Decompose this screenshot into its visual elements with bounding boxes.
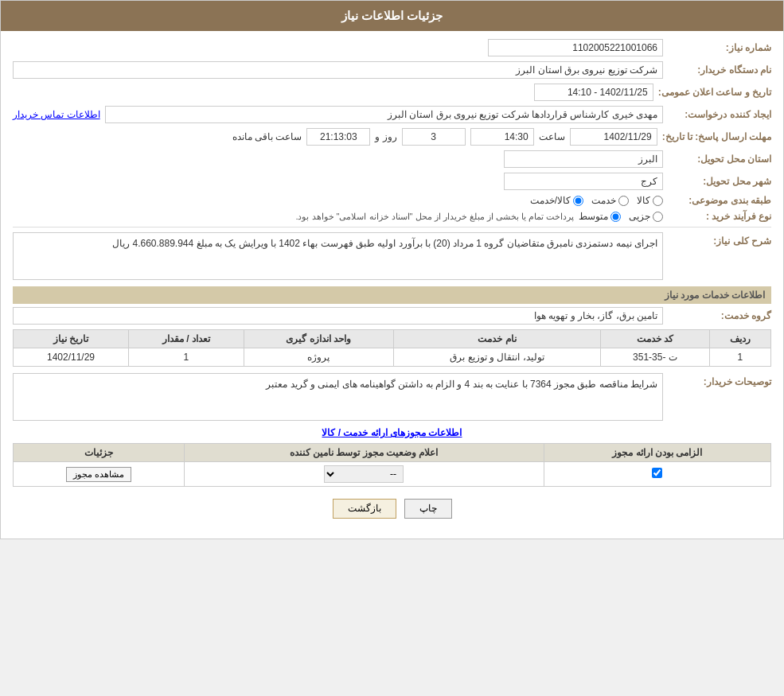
shahr-row: شهر محل تحویل: کرج — [13, 173, 771, 190]
elam-vaziat-cell: -- — [184, 462, 544, 487]
farayand-motavasset-radio[interactable] — [610, 212, 621, 222]
col-nam: نام خدمت — [393, 330, 601, 348]
khadamat-section-header: اطلاعات خدمات مورد نیاز — [13, 286, 771, 304]
tarikh-label: تاریخ و ساعت اعلان عمومی: — [658, 87, 771, 98]
tabaqe-khadamat-radio[interactable] — [618, 196, 629, 206]
page-title: جزئیات اطلاعات نیاز — [341, 9, 443, 22]
col-elam-vaziat: اعلام وضعیت مجوز توسط نامین کننده — [184, 444, 544, 462]
ijad-konande-label: ایجاد کننده درخواست: — [668, 109, 771, 120]
noe-farayand-row: نوع فرآیند خرید : جزیی متوسط پرداخت تمام… — [13, 211, 771, 222]
ijad-konande-row: ایجاد کننده درخواست: مهدی خیری کارشناس ق… — [13, 106, 771, 123]
mohlat-saat-label: ساعت — [539, 131, 565, 142]
grohe-khadamat-value: تامین برق، گاز، بخار و تهویه هوا — [13, 307, 663, 325]
farayand-jozi-radio[interactable] — [653, 212, 663, 222]
farayand-motavasset-option[interactable]: متوسط — [579, 211, 621, 222]
col-tedad: تعداد / مقدار — [129, 330, 244, 348]
mohlat-rooz: 3 — [402, 128, 466, 146]
col-joziat: جزئیات — [14, 444, 185, 462]
farayand-motavasset-label: متوسط — [579, 211, 608, 222]
ostaan-group: البرز — [13, 150, 663, 168]
tosihaat-value: شرایط مناقصه طبق مجوز 7364 با عنایت به ب… — [13, 373, 663, 421]
nam-dastgah-row: نام دستگاه خریدار: شرکت توزیع نیروی برق … — [13, 61, 771, 79]
mohlat-rooz-label: روز و — [375, 131, 396, 142]
nam-dastgah-label: نام دستگاه خریدار: — [668, 64, 771, 76]
shahr-label: شهر محل تحویل: — [668, 176, 771, 187]
noe-farayand-label: نوع فرآیند خرید : — [668, 211, 771, 222]
mojozat-header-row: الزامی بودن ارائه مجوز اعلام وضعیت مجوز … — [14, 444, 771, 462]
col-radif: ردیف — [709, 330, 770, 348]
page-wrapper: جزئیات اطلاعات نیاز شماره نیاز: 11020052… — [0, 0, 784, 539]
table-row: 1ت -35-351تولید، انتقال و توزیع برقپروژه… — [14, 348, 771, 367]
grohe-khadamat-row: گروه خدمت: تامین برق، گاز، بخار و تهویه … — [13, 307, 771, 325]
mohlat-row: مهلت ارسال پاسخ: تا تاریخ: 1402/11/29 سا… — [13, 128, 771, 146]
farayand-jozi-label: جزیی — [629, 211, 650, 222]
tabaqe-kala-khadamat-label: کالا/خدمت — [530, 195, 571, 206]
elam-vaziat-select[interactable]: -- — [324, 465, 404, 483]
bottom-buttons: چاپ بازگشت — [13, 499, 771, 519]
mojozat-table-container: الزامی بودن ارائه مجوز اعلام وضعیت مجوز … — [13, 443, 771, 487]
table-header-row: ردیف کد خدمت نام خدمت واحد اندازه گیری ت… — [14, 330, 771, 348]
ijad-konande-value: مهدی خیری کارشناس قراردادها شرکت توزیع ن… — [105, 106, 663, 123]
mojozat-section-link[interactable]: اطلاعات مجوزهای ارائه خدمت / کالا — [13, 427, 771, 438]
ostaan-value: البرز — [504, 150, 663, 168]
joziat-cell: مشاهده مجوز — [14, 462, 185, 487]
tosihaat-label: توصیحات خریدار: — [668, 373, 771, 387]
col-tarikh: تاریخ نیاز — [14, 330, 129, 348]
mohlat-remaining: ساعت باقی مانده — [232, 131, 302, 142]
view-mojoz-button[interactable]: مشاهده مجوز — [66, 467, 131, 482]
tabaqe-khadamat-option[interactable]: خدمت — [591, 195, 629, 206]
print-button[interactable]: چاپ — [404, 499, 452, 519]
mohlat-saat: 14:30 — [470, 128, 534, 146]
tabaqe-kala-khadamat-option[interactable]: کالا/خدمت — [530, 195, 583, 206]
shomare-niaz-row: شماره نیاز: 1102005221001066 — [13, 39, 771, 56]
nam-dastgah-value: شرکت توزیع نیروی برق استان البرز — [13, 61, 663, 79]
elzami-cell — [544, 462, 770, 487]
mohlat-countdown: 21:13:03 — [306, 128, 370, 146]
sharh-row: شرح کلی نیاز: اجرای نیمه دستمزدی نامبرق … — [13, 232, 771, 280]
grohe-khadamat-label: گروه خدمت: — [668, 310, 771, 321]
col-vahed: واحد اندازه گیری — [244, 330, 393, 348]
mojozat-table: الزامی بودن ارائه مجوز اعلام وضعیت مجوز … — [13, 443, 771, 487]
shomare-niaz-label: شماره نیاز: — [668, 42, 771, 53]
tabaqe-kala-radio[interactable] — [653, 196, 663, 206]
content-area: شماره نیاز: 1102005221001066 نام دستگاه … — [1, 31, 783, 539]
tarikh-row: تاریخ و ساعت اعلان عمومی: 1402/11/25 - 1… — [13, 84, 771, 101]
page-header: جزئیات اطلاعات نیاز — [1, 1, 783, 31]
tabaqe-kala-label: کالا — [637, 195, 650, 206]
ostaan-label: استان محل تحویل: — [668, 154, 771, 165]
elzami-checkbox[interactable] — [652, 468, 662, 478]
mohlat-date: 1402/11/29 — [570, 128, 657, 146]
ostaan-row: استان محل تحویل: البرز — [13, 150, 771, 168]
sharh-label: شرح کلی نیاز: — [668, 232, 771, 247]
back-button[interactable]: بازگشت — [333, 499, 396, 519]
tabaqe-kala-option[interactable]: کالا — [637, 195, 663, 206]
farayand-note: پرداخت تمام یا بخشی از مبلغ خریدار از مح… — [295, 212, 574, 222]
tabaqe-kala-khadamat-radio[interactable] — [573, 196, 583, 206]
sharh-value: اجرای نیمه دستمزدی نامبرق متقاضیان گروه … — [13, 232, 663, 280]
mohlat-label: مهلت ارسال پاسخ: تا تاریخ: — [662, 131, 771, 142]
col-elzami: الزامی بودن ارائه مجوز — [544, 444, 770, 462]
tabaqe-row: طبقه بندی موضوعی: کالا خدمت کالا/خدمت — [13, 195, 771, 206]
divider-1 — [13, 227, 771, 227]
tabaqe-khadamat-label: خدمت — [591, 195, 616, 206]
farayand-radio-group: جزیی متوسط — [579, 211, 663, 222]
tabaqe-label: طبقه بندی موضوعی: — [668, 195, 771, 206]
list-item: --مشاهده مجوز — [14, 462, 771, 487]
tarikh-value: 1402/11/25 - 14:10 — [534, 84, 653, 101]
farayand-jozi-option[interactable]: جزیی — [629, 211, 663, 222]
khadamat-table: ردیف کد خدمت نام خدمت واحد اندازه گیری ت… — [13, 329, 771, 367]
khadamat-table-container: ردیف کد خدمت نام خدمت واحد اندازه گیری ت… — [13, 329, 771, 367]
col-kod: کد خدمت — [601, 330, 709, 348]
ettela-tamas-link[interactable]: اطلاعات تماس خریدار — [13, 109, 100, 120]
tabaqe-radio-group: کالا خدمت کالا/خدمت — [530, 195, 663, 206]
tosihaat-row: توصیحات خریدار: شرایط مناقصه طبق مجوز 73… — [13, 373, 771, 421]
shomare-niaz-value: 1102005221001066 — [488, 39, 663, 56]
shahr-value: کرج — [504, 173, 663, 190]
